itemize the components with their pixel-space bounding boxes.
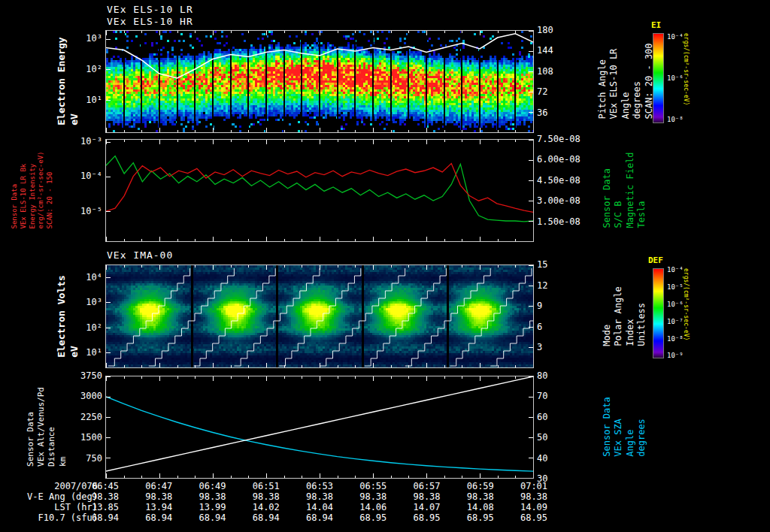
footer-value-V-E-8: 98.38 xyxy=(513,491,555,502)
p1-left-tick-2: 10¹ xyxy=(69,95,102,105)
footer-value-V-E-7: 98.38 xyxy=(459,491,502,502)
footer-value-F10.7-5: 68.95 xyxy=(352,512,394,523)
def-colorbar-title: DEF xyxy=(648,255,663,265)
panel1-right-label: Pitch Angle VEx ELS-10 LR Angle degrees … xyxy=(597,43,654,119)
footer-value-F10.7-8: 68.95 xyxy=(513,512,555,523)
row-label-lst: LST (hr) xyxy=(0,502,98,512)
p4-right-tick-4: 40 xyxy=(537,453,590,464)
def-cbar-tick-2: 10⁻⁶ xyxy=(667,301,690,308)
footer-value-V-E-6: 98.38 xyxy=(406,491,448,502)
p3-right-tick-1: 12 xyxy=(537,280,590,291)
panel2-ylabel-line2: VEx ELS-10 LR Bk xyxy=(20,152,28,229)
p1-left-tick-0: 10³ xyxy=(69,33,102,44)
panel3-ylabel-line: Electron Volts xyxy=(56,275,68,358)
footer-value-F10.7-0: 68.94 xyxy=(84,512,126,523)
ei-colorbar-title: EI xyxy=(651,20,661,30)
p4-right-tick-2: 60 xyxy=(537,412,590,422)
panel3-ylabel-units: eV xyxy=(68,275,80,358)
footer-value-V-E-2: 98.38 xyxy=(192,491,234,502)
intensity-bfield-canvas xyxy=(106,140,533,241)
p4-left-tick-0: 3750 xyxy=(69,370,102,381)
els-spectrogram-panel xyxy=(105,30,534,133)
intensity-bfield-panel xyxy=(105,139,534,242)
panel3-right-line1: Mode xyxy=(602,286,612,346)
footer-value-V-E-1: 98.38 xyxy=(138,491,180,502)
time-tick-8: 07:01 xyxy=(513,481,555,491)
footer-value-F10.7-6: 68.95 xyxy=(406,512,448,523)
footer-value-F10.7-3: 68.94 xyxy=(245,512,287,523)
panel3-right-line4: Unitless xyxy=(636,286,647,346)
panel2-ylabel-line4: erg/(cm²-sr-sec-eV) xyxy=(37,152,45,229)
panel2-right-line2: S/C B xyxy=(613,152,623,228)
p1-right-tick-0: 180 xyxy=(537,25,590,35)
ei-cbar-tick-2: 10⁻⁸ xyxy=(667,116,690,123)
panel4-right-label: Sensor Data VEx SZA Angle degrees xyxy=(602,397,647,456)
ima-spectrogram-canvas xyxy=(106,265,533,367)
time-tick-2: 06:49 xyxy=(192,481,234,491)
panel4-ylabel: Sensor Data VEx Alt/Venus/Pd Distance km xyxy=(26,387,68,467)
time-tick-4: 06:53 xyxy=(299,481,341,491)
time-tick-1: 06:47 xyxy=(138,481,180,491)
def-cbar-tick-4: 10⁻⁸ xyxy=(667,335,690,343)
ima-spectrogram-panel xyxy=(105,264,534,368)
p4-left-tick-1: 3000 xyxy=(69,391,102,401)
panel1-right-line1: Pitch Angle xyxy=(597,43,608,119)
time-tick-3: 06:51 xyxy=(245,481,287,491)
panel2-ylabel: Sensor Data VEx ELS-10 LR Bk Energy Inte… xyxy=(11,152,54,229)
p3-right-tick-2: 9 xyxy=(537,301,590,311)
panel3-right-label: Mode Polar Angle Index Unitless xyxy=(602,286,647,346)
time-tick-0: 06:45 xyxy=(84,481,126,491)
panel1-title-hr: VEx ELS-10 HR xyxy=(107,16,193,27)
p2-right-tick-1: 6.00e-08 xyxy=(537,154,590,165)
footer-value-V-E-5: 98.38 xyxy=(352,491,394,502)
def-cbar-tick-0: 10⁻⁴ xyxy=(667,266,690,274)
panel4-ylabel-line1: Sensor Data xyxy=(26,387,35,467)
panel2-right-line1: Sensor Data xyxy=(602,152,612,228)
panel1-right-line2: VEx ELS-10 LR xyxy=(608,43,619,119)
footer-value-LST-3: 14.02 xyxy=(245,502,287,512)
ei-cbar-tick-0: 10⁻⁴ xyxy=(667,33,690,41)
panel4-ylabel-line2: VEx Alt/Venus/Pd xyxy=(36,387,46,467)
panel4-right-line4: degrees xyxy=(636,397,647,456)
footer-value-LST-2: 13.99 xyxy=(192,502,234,512)
p3-right-tick-0: 15 xyxy=(537,259,590,270)
footer-value-V-E-0: 98.38 xyxy=(84,491,126,502)
panel1-right-line4: degrees xyxy=(632,43,642,119)
p2-right-tick-4: 1.50e-08 xyxy=(537,216,590,227)
panel1-ylabel-line: Electron Energy xyxy=(56,37,68,125)
p3-left-tick-3: 10¹ xyxy=(69,347,102,358)
footer-value-LST-1: 13.94 xyxy=(138,502,180,512)
panel3-ylabel: Electron Volts eV xyxy=(56,275,80,358)
p1-right-tick-2: 108 xyxy=(537,66,590,77)
p2-right-tick-2: 4.50e-08 xyxy=(537,175,590,186)
date-label: 2007/076 xyxy=(0,481,98,491)
panel3-title: VEx IMA-00 xyxy=(107,249,173,261)
p3-left-tick-0: 10⁴ xyxy=(69,272,102,283)
altitude-sza-panel xyxy=(105,376,534,479)
def-colorbar xyxy=(653,268,664,358)
row-label-f107: F10.7 (sfu) xyxy=(0,512,98,523)
els-spectrogram-canvas xyxy=(106,31,533,132)
panel2-ylabel-line5: SCAN: 20 - 150 xyxy=(46,152,54,229)
panel4-right-line3: Angle xyxy=(625,397,635,456)
footer-value-LST-6: 14.07 xyxy=(406,502,448,512)
p2-left-tick-2: 10⁻⁵ xyxy=(69,206,102,216)
panel3-right-line2: Polar Angle xyxy=(613,286,623,346)
time-tick-6: 06:57 xyxy=(406,481,448,491)
ei-cbar-tick-1: 10⁻⁶ xyxy=(667,74,690,82)
p2-left-tick-1: 10⁻⁴ xyxy=(69,171,102,181)
footer-value-LST-7: 14.08 xyxy=(459,502,502,512)
p1-left-tick-1: 10² xyxy=(69,64,102,74)
ei-colorbar xyxy=(653,33,664,123)
panel4-right-line2: VEx SZA xyxy=(613,397,623,456)
p3-right-tick-3: 6 xyxy=(537,322,590,332)
p1-right-tick-4: 36 xyxy=(537,107,590,118)
footer-value-LST-4: 14.04 xyxy=(299,502,341,512)
p4-left-tick-2: 2250 xyxy=(69,412,102,422)
time-tick-5: 06:55 xyxy=(352,481,394,491)
p2-right-tick-0: 7.50e-08 xyxy=(537,134,590,144)
panel2-right-label: Sensor Data S/C B Magnetic Field Tesla xyxy=(602,152,647,228)
footer-value-F10.7-4: 68.94 xyxy=(299,512,341,523)
p3-left-tick-2: 10² xyxy=(69,322,102,333)
panel1-title-lr: VEx ELS-10 LR xyxy=(107,4,193,15)
